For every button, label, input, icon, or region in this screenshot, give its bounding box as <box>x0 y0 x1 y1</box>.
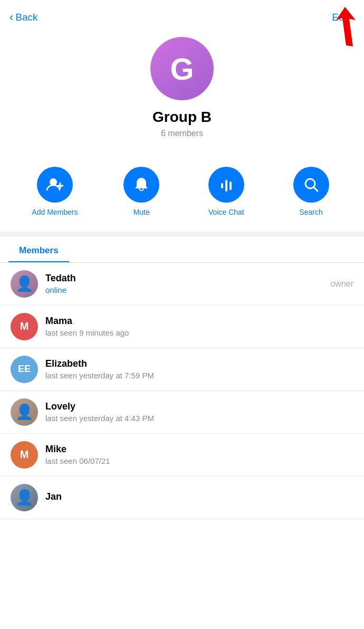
member-name: Jan <box>45 491 353 502</box>
member-avatar: M <box>11 313 38 340</box>
back-button[interactable]: ‹ Back <box>5 8 42 26</box>
member-item[interactable]: 👤Jan <box>0 476 364 519</box>
edit-button[interactable]: Edit <box>328 8 353 26</box>
back-chevron-icon: ‹ <box>9 12 13 23</box>
mute-icon <box>132 176 150 194</box>
member-info: Tedathonline <box>45 273 323 294</box>
members-title: Members <box>19 245 59 255</box>
members-section: Members 👤TedathonlineownerMMamalast seen… <box>0 237 364 519</box>
member-name: Elizabeth <box>45 358 353 369</box>
member-name: Lovely <box>45 401 353 412</box>
mute-icon-circle <box>123 167 159 203</box>
member-avatar: M <box>11 441 38 469</box>
members-header-wrapper: Members <box>0 237 364 263</box>
member-item[interactable]: EEElizabethlast seen yesterday at 7:59 P… <box>0 348 364 391</box>
member-info: Mikelast seen 06/07/21 <box>45 444 353 465</box>
svg-rect-4 <box>221 183 223 188</box>
member-avatar: 👤 <box>11 270 38 298</box>
member-status: last seen 9 minutes ago <box>45 328 353 337</box>
member-status: online <box>45 285 323 294</box>
search-icon-circle <box>293 167 329 203</box>
search-label: Search <box>299 208 322 217</box>
member-status: last seen yesterday at 7:59 PM <box>45 371 353 380</box>
mute-button[interactable]: Mute <box>120 167 162 217</box>
edit-label: Edit <box>332 12 349 23</box>
group-name: Group B <box>152 109 212 126</box>
add-members-icon <box>46 176 64 194</box>
search-icon <box>302 176 320 194</box>
member-info: Lovelylast seen yesterday at 4:43 PM <box>45 401 353 423</box>
voice-chat-icon <box>217 176 235 194</box>
member-name: Mike <box>45 444 353 455</box>
member-item[interactable]: 👤Tedathonlineowner <box>0 263 364 306</box>
member-item[interactable]: 👤Lovelylast seen yesterday at 4:43 PM <box>0 391 364 434</box>
member-item[interactable]: MMamalast seen 9 minutes ago <box>0 306 364 348</box>
member-avatar: EE <box>11 356 38 383</box>
add-members-label: Add Members <box>32 208 78 217</box>
member-avatar: 👤 <box>11 484 38 511</box>
actions-section: Add Members Mute Voice Chat <box>0 154 364 232</box>
member-status: last seen 06/07/21 <box>45 456 353 465</box>
members-tab[interactable]: Members <box>8 237 69 262</box>
add-members-icon-circle <box>37 167 73 203</box>
member-info: Mamalast seen 9 minutes ago <box>45 316 353 337</box>
svg-rect-6 <box>229 182 232 190</box>
member-list: 👤TedathonlineownerMMamalast seen 9 minut… <box>0 263 364 519</box>
member-status: last seen yesterday at 4:43 PM <box>45 414 353 423</box>
svg-line-8 <box>313 187 318 192</box>
header: ‹ Back Edit <box>0 0 364 32</box>
voice-chat-icon-circle <box>208 167 244 203</box>
member-count: 6 members <box>161 129 203 138</box>
member-info: Jan <box>45 491 353 504</box>
group-avatar: G <box>150 37 214 100</box>
voice-chat-label: Voice Chat <box>208 208 244 217</box>
member-info: Elizabethlast seen yesterday at 7:59 PM <box>45 358 353 380</box>
member-item[interactable]: MMikelast seen 06/07/21 <box>0 434 364 476</box>
member-name: Tedath <box>45 273 323 284</box>
member-avatar: 👤 <box>11 398 38 426</box>
back-label: Back <box>15 12 37 23</box>
mute-label: Mute <box>133 208 150 217</box>
member-role: owner <box>330 279 353 289</box>
add-members-button[interactable]: Add Members <box>32 167 78 217</box>
svg-rect-5 <box>225 180 227 192</box>
member-name: Mama <box>45 316 353 327</box>
section-divider <box>0 232 364 237</box>
profile-section: G Group B 6 members <box>0 32 364 154</box>
search-button[interactable]: Search <box>290 167 332 217</box>
voice-chat-button[interactable]: Voice Chat <box>205 167 247 217</box>
avatar-letter: G <box>170 51 194 87</box>
